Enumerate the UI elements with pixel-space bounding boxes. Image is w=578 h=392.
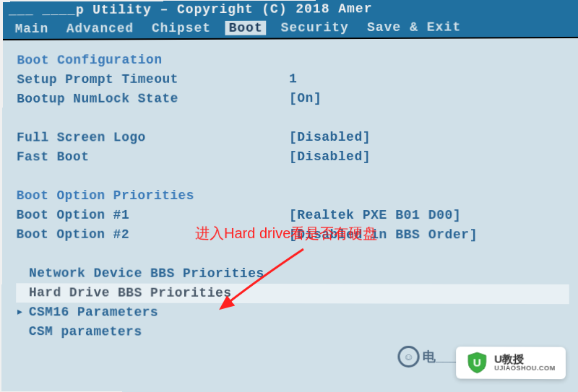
blank-line-2 [17, 167, 569, 186]
row-full-screen-logo[interactable]: Full Screen Logo [Disabled] [17, 127, 569, 147]
value-numlock: [On] [289, 89, 322, 108]
shield-icon: U [467, 351, 488, 374]
menu-advanced[interactable]: Advanced [63, 21, 137, 35]
menu-boot[interactable]: Boot [225, 21, 267, 35]
menu-main[interactable]: Main [12, 22, 52, 36]
blank-line-3 [16, 245, 569, 265]
blank-line-1 [17, 108, 569, 128]
chevron-right-icon [16, 322, 29, 341]
menu-security[interactable]: Security [277, 20, 353, 35]
label-prompt-timeout: Setup Prompt Timeout [17, 69, 289, 90]
chevron-right-icon: ▸ [16, 302, 29, 322]
value-fast-boot: [Disabled] [289, 147, 371, 167]
section-boot-priorities: Boot Option Priorities [17, 186, 569, 206]
label-full-screen-logo: Full Screen Logo [17, 128, 289, 147]
bios-screen: ___ ____p Utility – Copyright (C) 2018 A… [1, 0, 578, 392]
submenu-hard-drive[interactable]: Hard Drive BBS Priorities [16, 283, 569, 304]
chevron-right-icon [16, 283, 29, 302]
row-numlock[interactable]: Bootup NumLock State [On] [17, 88, 569, 109]
value-boot-option-1: [Realtek PXE B01 D00] [289, 206, 461, 225]
label-numlock: Bootup NumLock State [17, 89, 289, 109]
row-boot-option-1[interactable]: Boot Option #1 [Realtek PXE B01 D00] [17, 206, 569, 225]
label-boot-option-1: Boot Option #1 [17, 206, 289, 225]
watermark-text: U教授 UJIAOSHOU.COM [494, 353, 556, 373]
value-prompt-timeout: 1 [289, 69, 297, 89]
menu-save-exit[interactable]: Save & Exit [363, 20, 465, 35]
content-area: Boot Configuration Setup Prompt Timeout … [1, 38, 578, 354]
label-fast-boot: Fast Boot [17, 147, 289, 167]
annotation-text: 进入Hard drive看是否有硬盘 [195, 224, 377, 243]
chevron-right-icon [16, 263, 29, 283]
submenu-csm16[interactable]: ▸ CSM16 Parameters [16, 302, 569, 323]
menu-bar: Main Advanced Chipset Boot Security Save… [3, 17, 578, 40]
svg-text:U: U [473, 356, 481, 368]
row-fast-boot[interactable]: Fast Boot [Disabled] [17, 147, 569, 167]
watermark-circle-icon: ☺ [397, 346, 419, 367]
submenu-network-device[interactable]: Network Device BBS Priorities [16, 263, 569, 284]
menu-chipset[interactable]: Chipset [148, 21, 215, 35]
section-boot-config: Boot Configuration [17, 49, 568, 70]
row-prompt-timeout[interactable]: Setup Prompt Timeout 1 [17, 69, 569, 90]
value-full-screen-logo: [Disabled] [289, 128, 371, 147]
submenu-csm[interactable]: CSM parameters [16, 322, 569, 344]
title-bar: ___ ____p Utility – Copyright (C) 2018 A… [3, 0, 578, 19]
watermark-logo: U U教授 UJIAOSHOU.COM [457, 347, 566, 379]
title-text: ___ ____p Utility – Copyright (C) 2018 A… [9, 1, 373, 17]
